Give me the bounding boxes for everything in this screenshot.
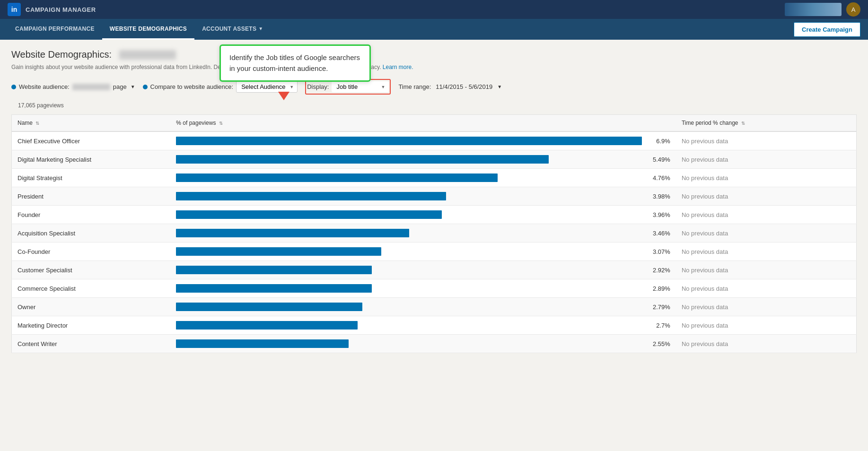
cell-pageviews: 3.46% <box>170 224 676 243</box>
page-title: Website Demographics: <box>11 49 112 60</box>
cell-timeperiod: No previous data <box>676 261 857 279</box>
cell-pageviews: 3.07% <box>170 243 676 261</box>
table-row: Content Writer 2.55% No previous data <box>12 335 857 353</box>
cell-pageviews: 2.55% <box>170 335 676 353</box>
table-row: Marketing Director 2.7% No previous data <box>12 316 857 335</box>
tooltip-popup: Identify the Job titles of Google search… <box>219 44 371 82</box>
display-select[interactable]: Job title Industry Job function Company … <box>332 81 389 92</box>
learn-more-link[interactable]: Learn more. <box>383 64 413 70</box>
page-subtitle: Gain insights about your website audienc… <box>11 63 857 71</box>
table-row: Digital Marketing Specialist 5.49% No pr… <box>12 150 857 169</box>
page-title-row: Website Demographics: <box>11 49 857 60</box>
cell-pageviews: 4.76% <box>170 169 676 187</box>
account-assets-dropdown-icon: ▼ <box>258 26 263 31</box>
cell-pageviews: 2.7% <box>170 316 676 335</box>
table-row: Commerce Specialist 2.89% No previous da… <box>12 279 857 298</box>
table-row: Digital Strategist 4.76% No previous dat… <box>12 169 857 187</box>
compare-select-wrapper[interactable]: Select Audience <box>236 81 298 93</box>
nav-campaign-performance[interactable]: CAMPAIGN PERFORMANCE <box>8 19 102 40</box>
cell-timeperiod: No previous data <box>676 316 857 335</box>
pageviews-count: 17,065 pageviews <box>18 102 857 109</box>
compare-dot <box>143 85 148 89</box>
website-audience-dot <box>11 85 16 89</box>
cell-pageviews: 5.49% <box>170 150 676 169</box>
cell-pageviews: 3.96% <box>170 206 676 224</box>
cell-name: Founder <box>12 206 171 224</box>
cell-timeperiod: No previous data <box>676 298 857 316</box>
demographics-table: Name ⇅ % of pageviews ⇅ Time period % ch… <box>11 114 857 353</box>
cell-name: Owner <box>12 298 171 316</box>
time-range-filter: Time range: 11/4/2015 - 5/6/2019 ▼ <box>398 83 502 90</box>
app-title: CAMPAIGN MANAGER <box>26 6 96 13</box>
audience-dropdown-icon: ▼ <box>131 84 135 89</box>
cell-pageviews: 2.92% <box>170 261 676 279</box>
table-row: Co-Founder 3.07% No previous data <box>12 243 857 261</box>
cell-timeperiod: No previous data <box>676 169 857 187</box>
timeperiod-sort-icon: ⇅ <box>741 121 745 126</box>
cell-name: Digital Strategist <box>12 169 171 187</box>
cell-timeperiod: No previous data <box>676 279 857 298</box>
audience-blurred-value <box>72 84 110 90</box>
cell-name: Customer Specialist <box>12 261 171 279</box>
compare-select[interactable]: Select Audience <box>236 81 298 93</box>
col-header-timeperiod[interactable]: Time period % change ⇅ <box>676 115 857 132</box>
create-campaign-button[interactable]: Create Campaign <box>794 22 860 37</box>
cell-timeperiod: No previous data <box>676 131 857 150</box>
time-range-dropdown-icon: ▼ <box>497 84 502 89</box>
name-sort-icon: ⇅ <box>35 121 39 126</box>
table-row: Owner 2.79% No previous data <box>12 298 857 316</box>
nav-account-assets[interactable]: ACCOUNT ASSETS ▼ <box>194 19 271 40</box>
table-row: Chief Executive Officer 6.9% No previous… <box>12 131 857 150</box>
table-row: Customer Specialist 2.92% No previous da… <box>12 261 857 279</box>
cell-name: Marketing Director <box>12 316 171 335</box>
cell-pageviews: 6.9% <box>170 131 676 150</box>
cell-timeperiod: No previous data <box>676 150 857 169</box>
table-row: Acquisition Specialist 3.46% No previous… <box>12 224 857 243</box>
cell-name: Content Writer <box>12 335 171 353</box>
cell-timeperiod: No previous data <box>676 243 857 261</box>
user-avatar[interactable]: A <box>846 2 860 17</box>
display-select-wrapper[interactable]: Job title Industry Job function Company … <box>332 81 389 92</box>
cell-name: President <box>12 187 171 206</box>
cell-timeperiod: No previous data <box>676 224 857 243</box>
pageviews-sort-icon: ⇅ <box>219 121 223 126</box>
cell-name: Acquisition Specialist <box>12 224 171 243</box>
cell-timeperiod: No previous data <box>676 335 857 353</box>
cell-name: Chief Executive Officer <box>12 131 171 150</box>
main-nav: CAMPAIGN PERFORMANCE WEBSITE DEMOGRAPHIC… <box>0 19 868 40</box>
page-title-blurred-value <box>119 50 176 60</box>
table-row: Founder 3.96% No previous data <box>12 206 857 224</box>
nav-website-demographics[interactable]: WEBSITE DEMOGRAPHICS <box>102 19 194 40</box>
compare-filter: Compare to website audience: Select Audi… <box>143 81 298 93</box>
linkedin-logo: in <box>8 3 21 16</box>
cell-name: Digital Marketing Specialist <box>12 150 171 169</box>
table-row: President 3.98% No previous data <box>12 187 857 206</box>
cell-timeperiod: No previous data <box>676 187 857 206</box>
col-header-name[interactable]: Name ⇅ <box>12 115 171 132</box>
cell-timeperiod: No previous data <box>676 206 857 224</box>
cell-name: Co-Founder <box>12 243 171 261</box>
cell-pageviews: 2.89% <box>170 279 676 298</box>
top-bar: in CAMPAIGN MANAGER A <box>0 0 868 19</box>
page-content: Website Demographics: Identify the Job t… <box>0 40 868 451</box>
website-audience-filter: Website audience: page ▼ <box>11 83 135 90</box>
cell-name: Commerce Specialist <box>12 279 171 298</box>
filters-row: Website audience: page ▼ Compare to webs… <box>11 79 857 95</box>
top-bar-decoration <box>785 3 842 16</box>
col-header-pageviews[interactable]: % of pageviews ⇅ <box>170 115 676 132</box>
cell-pageviews: 2.79% <box>170 298 676 316</box>
tooltip-arrow <box>278 92 289 100</box>
cell-pageviews: 3.98% <box>170 187 676 206</box>
